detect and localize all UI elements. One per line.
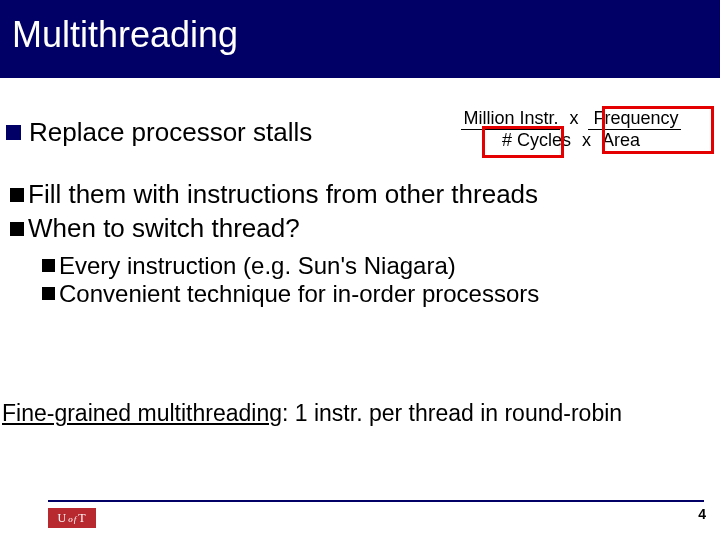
bullets-level2: Fill them with instructions from other t…: [6, 178, 714, 246]
bullet-fill-instructions: Fill them with instructions from other t…: [10, 178, 714, 212]
footnote-desc: : 1 instr. per thread in round-robin: [282, 400, 622, 426]
logo-of: of: [67, 514, 78, 524]
bullet-text: When to switch thread?: [28, 212, 300, 246]
eq-times1: x: [565, 108, 582, 129]
slide: Multithreading Replace processor stalls …: [0, 0, 720, 540]
bullet-replace-stalls: Replace processor stalls: [6, 117, 312, 148]
square-bullet-icon: [42, 259, 55, 272]
logo-t: T: [78, 511, 86, 526]
bullet-text: Replace processor stalls: [29, 117, 312, 148]
bullet-convenient-technique: Convenient technique for in-order proces…: [42, 280, 714, 308]
bullets-level3: Every instruction (e.g. Sun's Niagara) C…: [6, 252, 714, 308]
row-replace-stalls: Replace processor stalls Million Instr. …: [6, 108, 714, 156]
square-bullet-icon: [10, 188, 24, 202]
bullet-when-switch: When to switch thread?: [10, 212, 714, 246]
slide-title: Multithreading: [12, 14, 238, 56]
footnote: Fine-grained multithreading: 1 instr. pe…: [2, 400, 622, 427]
footer-divider: [48, 500, 704, 502]
slide-body: Replace processor stalls Million Instr. …: [0, 78, 720, 308]
logo-u: U: [57, 511, 67, 526]
bullet-text: Fill them with instructions from other t…: [28, 178, 538, 212]
bullet-text: Convenient technique for in-order proces…: [59, 280, 539, 308]
highlight-box-frequency: [602, 106, 714, 154]
bullet-every-instruction: Every instruction (e.g. Sun's Niagara): [42, 252, 714, 280]
footnote-term: Fine-grained multithreading: [2, 400, 282, 426]
highlight-box-cycles: [482, 126, 564, 158]
page-number: 4: [698, 506, 706, 522]
uoft-logo: U of T: [48, 508, 96, 528]
square-bullet-icon: [42, 287, 55, 300]
square-bullet-icon: [6, 125, 21, 140]
title-bar: Multithreading: [0, 0, 720, 78]
bullet-text: Every instruction (e.g. Sun's Niagara): [59, 252, 456, 280]
performance-equation: Million Instr. x Frequency # Cycles x Ar…: [432, 108, 710, 156]
eq-times2: x: [578, 130, 595, 151]
square-bullet-icon: [10, 222, 24, 236]
